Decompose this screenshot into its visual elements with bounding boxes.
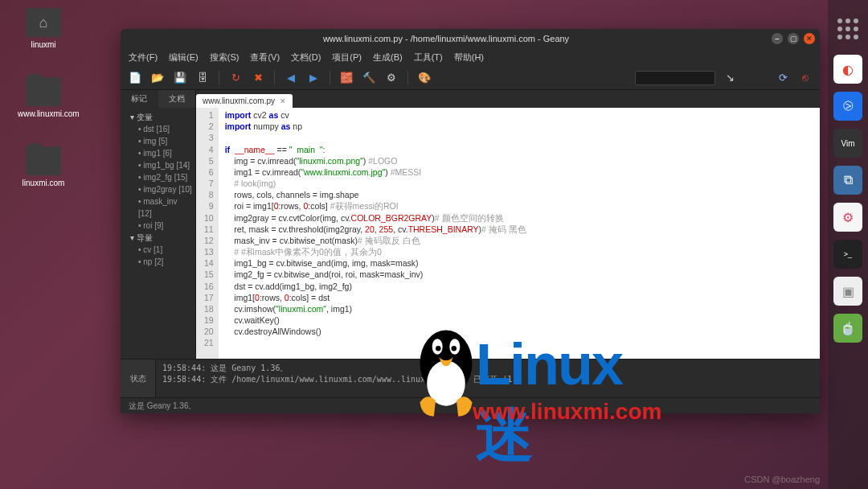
symbol-tree[interactable]: ▾ 变量• dst [16]• img [5]• img1 [6]• img1_… xyxy=(121,108,195,271)
message-tab-status[interactable]: 状态 xyxy=(121,360,156,397)
code-lines[interactable]: import cv2 as cvimport numpy as np if __… xyxy=(219,108,533,359)
quit-icon[interactable]: ⎋ xyxy=(797,70,813,86)
line-gutter: 123456789101112131415161718192021 xyxy=(196,108,219,359)
menu-item[interactable]: 工具(T) xyxy=(414,51,443,64)
menu-item[interactable]: 文档(D) xyxy=(291,51,321,64)
reload-icon[interactable]: ↻ xyxy=(227,70,244,86)
dock: ◐⧁Vim⧉⚙>_▣🍵 xyxy=(828,0,868,489)
titlebar[interactable]: www.linuxmi.com.py - /home/linuxmi/www.l… xyxy=(121,29,820,48)
compile-icon[interactable]: 🧱 xyxy=(338,70,354,86)
tree-group[interactable]: ▾ 变量 xyxy=(124,111,192,123)
dock-settings-icon[interactable]: ⚙ xyxy=(833,203,862,232)
editor-tabbar: www.linuxmi.com.py ✕ xyxy=(196,90,820,108)
message-panel: 状态 19:58:44: 这是 Geany 1.36。19:58:44: 文件 … xyxy=(121,359,820,397)
tree-item[interactable]: • img [5] xyxy=(124,135,192,147)
toolbar: 📄 📂 💾 🗄 ↻ ✖ ◀ ▶ 🧱 🔨 ⚙ 🎨 ↘ ⟳ ⎋ xyxy=(121,66,820,90)
dock-chrome-icon[interactable]: ◐ xyxy=(833,55,862,84)
new-file-icon[interactable]: 📄 xyxy=(127,70,143,86)
save-icon[interactable]: 💾 xyxy=(172,70,188,86)
desktop: ⌂linuxmiwww.linuxmi.comlinuxmi.com www.l… xyxy=(0,0,868,489)
tree-item[interactable]: • img2_fg [15] xyxy=(124,171,192,183)
color-picker-icon[interactable]: 🎨 xyxy=(416,70,432,86)
tree-item[interactable]: • cv [1] xyxy=(124,244,192,256)
desktop-icon-www.linuxmi.com[interactable]: www.linuxmi.com xyxy=(18,77,69,118)
editor-area: www.linuxmi.com.py ✕ 1234567891011121314… xyxy=(196,90,820,359)
menu-item[interactable]: 文件(F) xyxy=(129,51,158,64)
forward-icon[interactable]: ▶ xyxy=(305,70,321,86)
statusbar: 这是 Geany 1.36。 xyxy=(121,397,820,413)
tree-item[interactable]: • img1_bg [14] xyxy=(124,159,192,171)
tree-item[interactable]: • mask_inv [12] xyxy=(124,195,192,220)
editor-tab-label: www.linuxmi.com.py xyxy=(203,97,275,105)
dock-terminal-icon[interactable]: >_ xyxy=(833,240,862,269)
close-icon[interactable]: ✕ xyxy=(280,97,286,105)
jump-icon[interactable]: ↘ xyxy=(722,70,738,86)
dock-screenshot-icon[interactable]: ⧉ xyxy=(833,166,862,195)
open-file-icon[interactable]: 📂 xyxy=(149,70,166,86)
code-editor[interactable]: 123456789101112131415161718192021 import… xyxy=(196,108,820,359)
desktop-icon-linuxmi[interactable]: ⌂linuxmi xyxy=(18,8,69,49)
menu-item[interactable]: 编辑(E) xyxy=(169,51,199,64)
menu-item[interactable]: 搜索(S) xyxy=(210,51,240,64)
dock-teapot-icon[interactable]: 🍵 xyxy=(833,314,862,343)
back-icon[interactable]: ◀ xyxy=(283,70,299,86)
execute-icon[interactable]: ⚙ xyxy=(383,70,399,86)
menu-item[interactable]: 查看(V) xyxy=(250,51,280,64)
sidebar-tab-symbols[interactable]: 标记 xyxy=(121,90,158,108)
geany-window: www.linuxmi.com.py - /home/linuxmi/www.l… xyxy=(121,29,820,413)
status-text: 这是 Geany 1.36。 xyxy=(129,401,196,412)
maximize-button[interactable]: ▢ xyxy=(788,33,799,44)
window-title: www.linuxmi.com.py - /home/linuxmi/www.l… xyxy=(125,34,767,43)
editor-tab[interactable]: www.linuxmi.com.py ✕ xyxy=(196,94,293,108)
menubar: 文件(F)编辑(E)搜索(S)查看(V)文档(D)项目(P)生成(B)工具(T)… xyxy=(121,48,820,66)
sidebar-tab-documents[interactable]: 文档 xyxy=(158,90,196,108)
tree-group[interactable]: ▾ 导量 xyxy=(124,232,192,244)
message-log: 19:58:44: 这是 Geany 1.36。19:58:44: 文件 /ho… xyxy=(156,360,820,397)
menu-item[interactable]: 生成(B) xyxy=(373,51,403,64)
close-button[interactable]: ✕ xyxy=(804,33,815,44)
dock-vscode-icon[interactable]: ⧁ xyxy=(833,92,862,121)
menu-item[interactable]: 帮助(H) xyxy=(454,51,484,64)
search-input[interactable] xyxy=(635,71,715,85)
tree-item[interactable]: • img1 [6] xyxy=(124,147,192,159)
prefs-icon[interactable]: ⟳ xyxy=(775,70,791,86)
tree-item[interactable]: • dst [16] xyxy=(124,123,192,135)
minimize-button[interactable]: ‒ xyxy=(772,33,783,44)
tree-item[interactable]: • np [2] xyxy=(124,256,192,268)
sidebar: 标记 文档 ▾ 变量• dst [16]• img [5]• img1 [6]•… xyxy=(121,90,196,359)
desktop-icon-linuxmi.com[interactable]: linuxmi.com xyxy=(18,146,69,187)
dock-vim-icon[interactable]: Vim xyxy=(833,129,862,158)
save-all-icon[interactable]: 🗄 xyxy=(194,70,211,86)
menu-item[interactable]: 项目(P) xyxy=(332,51,362,64)
dock-files-icon[interactable]: ▣ xyxy=(833,277,862,306)
tree-item[interactable]: • roi [9] xyxy=(124,220,192,232)
credit-text: CSDN @boazheng xyxy=(744,475,820,484)
close-file-icon[interactable]: ✖ xyxy=(250,70,266,86)
tree-item[interactable]: • img2gray [10] xyxy=(124,183,192,195)
build-icon[interactable]: 🔨 xyxy=(361,70,377,86)
